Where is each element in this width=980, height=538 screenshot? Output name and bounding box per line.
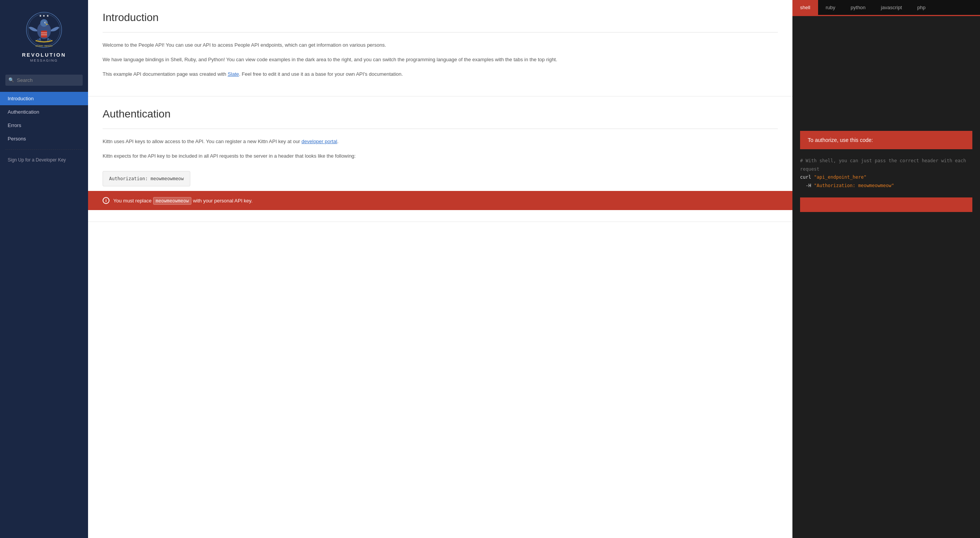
search-box[interactable]: 🔍 [5,75,83,86]
logo-subtitle: MESSAGING [30,59,58,62]
bottom-red-bar [800,197,972,212]
docs-panel: Introduction Welcome to the People API! … [88,0,792,538]
header-flag: -H [800,183,814,188]
code-panel: shell ruby python javascript php To auth… [792,0,980,538]
main-area: Introduction Welcome to the People API! … [88,0,980,538]
curl-url: "api_endpoint_here" [814,174,866,180]
tab-javascript[interactable]: javascript [873,0,910,15]
curl-command: curl [800,174,814,180]
lang-tabs: shell ruby python javascript php [792,0,980,16]
sidebar-item-errors[interactable]: Errors [0,119,88,132]
sidebar-divider [5,149,83,150]
authentication-title: Authentication [103,108,778,120]
svg-point-4 [40,19,48,27]
info-box: i You must replace meowmeowmeow with you… [88,191,792,210]
auth-para-1: Kittn uses API keys to allow access to t… [103,137,778,146]
code-snippet: # With shell, you can just pass the corr… [792,149,980,197]
tab-php[interactable]: php [910,0,933,15]
authorize-comment-box: To authorize, use this code: [800,131,972,149]
authentication-section: Authentication Kittn uses API keys to al… [88,96,792,222]
slate-link[interactable]: Slate [228,71,239,77]
sidebar-item-introduction[interactable]: Introduction [0,92,88,105]
tab-python[interactable]: python [843,0,873,15]
sidebar-item-authentication[interactable]: Authentication [0,105,88,119]
introduction-divider [103,32,778,33]
developer-key-link[interactable]: Sign Up for a Developer Key [0,153,88,166]
introduction-section: Introduction Welcome to the People API! … [88,0,792,96]
sidebar: ★ ★ ★ [0,0,88,538]
intro-para-3: This example API documentation page was … [103,70,778,78]
info-text: You must replace meowmeowmeow with your … [113,198,253,204]
search-input[interactable] [5,75,83,86]
info-code: meowmeowmeow [153,197,192,205]
tab-shell[interactable]: shell [792,0,818,15]
sidebar-item-persons[interactable]: Persons [0,132,88,145]
intro-para-1: Welcome to the People API! You can use o… [103,41,778,49]
code-curl-line: curl "api_endpoint_here" [800,173,972,182]
search-icon: 🔍 [8,77,14,83]
svg-text:EXUDIO · DEFERO: EXUDIO · DEFERO [36,45,52,47]
header-value: "Authorization: meowmeowmeow" [814,183,894,188]
intro-para-2: We have language bindings in Shell, Ruby… [103,55,778,64]
code-comment-line: # With shell, you can just pass the corr… [800,157,972,173]
auth-code-example: Authorization: meowmeowmeow [103,171,190,186]
tab-ruby[interactable]: ruby [818,0,843,15]
svg-rect-7 [41,31,47,37]
logo-emblem: ★ ★ ★ [25,11,63,49]
info-icon: i [103,197,109,204]
authorize-label: To authorize, use this code: [808,137,873,143]
developer-portal-link[interactable]: developer portal [302,139,337,144]
logo-title: REVOLUTION [22,52,66,59]
logo-area: ★ ★ ★ [0,0,88,70]
svg-point-6 [45,22,46,23]
code-header-line: -H "Authorization: meowmeowmeow" [800,182,972,190]
svg-text:★ ★ ★: ★ ★ ★ [39,14,49,18]
auth-para-2: Kittn expects for the API key to be incl… [103,152,778,160]
nav-list: Introduction Authentication Errors Perso… [0,92,88,145]
introduction-title: Introduction [103,11,778,24]
authentication-divider [103,129,778,129]
